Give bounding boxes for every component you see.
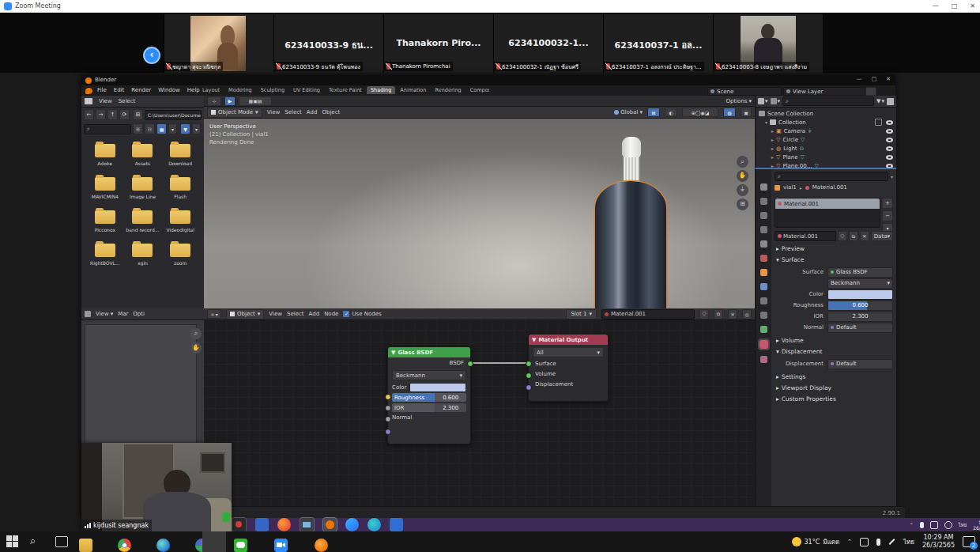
taskbar-explorer-icon[interactable]: [79, 539, 92, 552]
tray-pen-icon[interactable]: [889, 539, 895, 545]
folder-item[interactable]: Download: [161, 144, 199, 166]
file-browser-menu-select[interactable]: Select: [119, 98, 136, 104]
minimize-button[interactable]: —: [857, 76, 862, 82]
weather-widget[interactable]: 31°C มีแดด: [792, 537, 840, 547]
overlays-icon[interactable]: ▣: [741, 108, 752, 117]
roughness-input-socket[interactable]: [385, 405, 391, 411]
tab-particles-icon[interactable]: [760, 297, 767, 304]
participant-tile[interactable]: 623410003-8 เจษฎาพร แสงสีงาม: [713, 14, 823, 73]
viewport-zoom-icon[interactable]: ⌕: [737, 156, 748, 168]
surface-input-socket[interactable]: [526, 361, 532, 367]
material-output-node[interactable]: ▼ Material Output All▾ Surface Volume Di…: [528, 334, 609, 402]
folder-item[interactable]: Flash: [161, 177, 199, 199]
collapse-triangle-icon[interactable]: ▼: [532, 337, 536, 343]
data-link-dropdown[interactable]: Data▾: [871, 231, 893, 241]
taskbar-chrome-icon[interactable]: [118, 539, 131, 552]
tray-clock[interactable]: 10:29 AM26/3/2565: [922, 534, 955, 550]
normal-input-socket[interactable]: [385, 429, 391, 435]
ior-input-socket[interactable]: [385, 416, 391, 422]
output-target-dropdown[interactable]: All▾: [533, 347, 604, 357]
tray-display-icon[interactable]: [860, 538, 869, 546]
tray-chevron-icon[interactable]: ⌃: [847, 539, 852, 545]
shader-menu-add[interactable]: Add: [309, 311, 320, 317]
file-search-input[interactable]: ⌕: [84, 124, 131, 134]
displacement-field[interactable]: Default: [827, 359, 893, 369]
editor-type-icon[interactable]: [85, 311, 91, 317]
viewport-3d[interactable]: ⊹ ▶ ▦▣▤ Options▾ Object Mode▾ View Selec…: [204, 96, 755, 308]
viewport-grid-icon[interactable]: ⊞: [737, 198, 748, 210]
mini-mar-button[interactable]: Mar: [118, 311, 128, 317]
tab-data-icon[interactable]: [760, 326, 767, 333]
filter-dropdown[interactable]: ▾: [192, 123, 201, 134]
viewport-camera-icon[interactable]: ⏚: [737, 184, 748, 196]
shared-tray-display-icon[interactable]: [930, 521, 938, 529]
expander-icon[interactable]: ▸: [771, 154, 774, 160]
tab-compositing[interactable]: Compositing: [466, 86, 489, 94]
webcam-view[interactable]: kijdusit seangnak: [81, 443, 232, 531]
outliner-new-collection-icon[interactable]: [887, 98, 894, 105]
expander-icon[interactable]: ▸: [771, 137, 774, 142]
preview-section-header[interactable]: ▸Preview: [776, 245, 805, 252]
tab-animation[interactable]: Animation: [396, 86, 430, 94]
editor-type-selector[interactable]: ⚛▾: [207, 309, 221, 319]
proportional-edit-icon[interactable]: ◐: [665, 108, 677, 117]
tab-sculpting[interactable]: Sculpting: [257, 86, 288, 94]
shared-tray-chevron-icon[interactable]: ⌃: [910, 522, 914, 527]
shader-menu-node[interactable]: Node: [324, 311, 338, 317]
tab-tool-icon[interactable]: [760, 183, 767, 191]
pin-icon[interactable]: ◎: [742, 309, 752, 319]
eye-icon[interactable]: [886, 129, 893, 134]
shared-app-firefox-icon[interactable]: [277, 518, 291, 531]
volume-section-header[interactable]: ▸Volume: [776, 337, 804, 344]
outliner-filter-dropdown[interactable]: ▼▾: [876, 98, 884, 104]
menu-edit[interactable]: Edit: [114, 87, 125, 93]
tab-layout[interactable]: Layout: [198, 86, 224, 94]
tab-physics-icon[interactable]: [760, 312, 767, 319]
settings-section-header[interactable]: ▸Settings: [776, 373, 806, 380]
menu-render[interactable]: Render: [131, 87, 151, 93]
up-button[interactable]: ↑: [107, 109, 118, 120]
view-layer-selector[interactable]: View Layer: [783, 87, 865, 96]
outliner-row-light[interactable]: ▸ ◍ Light ⊙: [759, 144, 896, 153]
add-slot-button[interactable]: +: [882, 198, 893, 209]
tab-modeling[interactable]: Modeling: [224, 86, 256, 94]
shared-app-messenger-icon[interactable]: [345, 518, 359, 531]
tool-snap-icons[interactable]: ▦▣▤: [239, 96, 272, 106]
material-slot-list[interactable]: Material.001: [775, 198, 880, 228]
transform-orientation-dropdown[interactable]: Global▾: [614, 109, 643, 115]
bottle-object-selected[interactable]: [595, 181, 666, 308]
filter-icon[interactable]: ▼: [180, 123, 190, 134]
notification-center-icon[interactable]: 2: [963, 536, 975, 547]
outliner-row-collection[interactable]: ▾ Collection: [759, 118, 896, 127]
outliner-search-input[interactable]: ⌕: [782, 96, 874, 106]
taskbar-zoom-icon[interactable]: [274, 539, 288, 552]
tab-rendering[interactable]: Rendering: [431, 86, 465, 94]
maximize-button[interactable]: □: [952, 2, 958, 9]
eye-icon[interactable]: [886, 120, 893, 125]
tab-object-icon[interactable]: [760, 269, 767, 276]
fake-user-shield-icon[interactable]: ⛉: [838, 231, 847, 241]
material-datablock-field[interactable]: Material.001: [775, 231, 836, 241]
path-field[interactable]: C:\Users\user\Documents\: [145, 110, 202, 120]
folder-item[interactable]: xgin: [124, 244, 162, 266]
eye-icon[interactable]: [886, 146, 893, 151]
zoom-tool-icon[interactable]: ⌕: [190, 328, 202, 339]
participant-tile[interactable]: Thanakorn Piro... Thanakorn Piromchai: [383, 14, 493, 73]
display-horizontal-list-icon[interactable]: ☷: [145, 123, 155, 134]
taskbar-blender-icon[interactable]: [315, 539, 328, 552]
distribution-dropdown[interactable]: Beckmann▾: [827, 278, 893, 289]
outliner-scene-dropdown[interactable]: ▾: [771, 98, 781, 104]
expander-icon[interactable]: ▸: [771, 146, 774, 151]
roughness-row[interactable]: Roughness 0.600: [392, 393, 466, 402]
material-output-node-header[interactable]: ▼ Material Output: [529, 335, 608, 345]
glass-bsdf-node[interactable]: ▼ Glass BSDF BSDF Beckmann▾ Color Roughn…: [387, 346, 471, 444]
normal-field[interactable]: Default: [827, 323, 893, 333]
tray-language[interactable]: ไทย: [903, 537, 914, 547]
snap-magnet-icon[interactable]: ⊠: [647, 108, 660, 117]
ior-row[interactable]: IOR 2.300: [392, 403, 466, 412]
use-nodes-checkbox[interactable]: ✓ Use Nodes: [343, 311, 381, 317]
copy-icon[interactable]: ⧉: [714, 309, 723, 319]
shared-app-photos-icon[interactable]: [300, 517, 315, 532]
maximize-button[interactable]: □: [872, 76, 877, 82]
shield-icon[interactable]: ⛉: [699, 309, 709, 319]
